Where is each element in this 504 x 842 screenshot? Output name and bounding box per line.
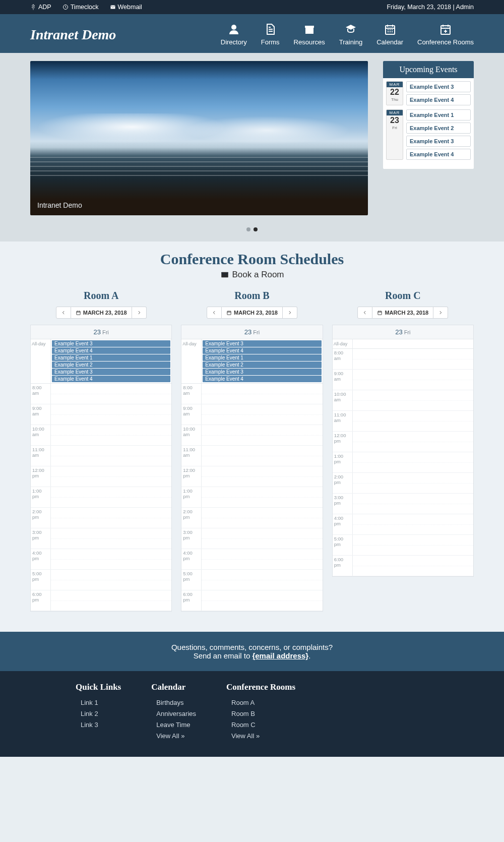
time-row: 8:00 am [31, 384, 171, 404]
upcoming-event[interactable]: Example Event 1 [406, 109, 471, 121]
next-day-button[interactable] [132, 307, 147, 319]
nav-directory[interactable]: Directory [221, 23, 247, 46]
footer-col-title: Calendar [151, 682, 196, 692]
upcoming-event[interactable]: Example Event 4 [406, 149, 471, 160]
upcoming-event[interactable]: Example Event 2 [406, 123, 471, 134]
topbar-link-adp[interactable]: ADP [30, 4, 51, 11]
topbar-link-webmail[interactable]: Webmail [110, 4, 142, 11]
time-cell[interactable] [202, 404, 322, 425]
time-cell[interactable] [51, 425, 171, 445]
footer-link[interactable]: Link 1 [76, 697, 121, 708]
allday-event[interactable]: Example Event 4 [52, 347, 170, 354]
time-cell[interactable] [202, 425, 322, 445]
allday-event[interactable]: Example Event 2 [203, 362, 321, 368]
time-cell[interactable] [202, 528, 322, 549]
time-cell[interactable] [202, 466, 322, 487]
prev-day-button[interactable] [56, 307, 71, 319]
time-cell[interactable] [353, 390, 473, 410]
footer-link[interactable]: Room C [226, 719, 295, 731]
time-cell[interactable] [353, 349, 473, 369]
date-display-button[interactable]: MARCH 23, 2018 [71, 307, 132, 319]
time-label: 9:00 am [31, 404, 51, 425]
hero-image[interactable]: Intranet Demo [30, 61, 368, 215]
time-label: 5:00 pm [333, 535, 353, 555]
nav-forms[interactable]: Forms [261, 23, 280, 46]
time-cell[interactable] [202, 508, 322, 528]
time-cell[interactable] [51, 528, 171, 549]
time-cell[interactable] [353, 535, 473, 555]
time-cell[interactable] [353, 494, 473, 514]
topbar-link-label: Webmail [118, 4, 142, 11]
time-cell[interactable] [353, 556, 473, 576]
time-cell[interactable] [51, 549, 171, 569]
time-cell[interactable] [353, 452, 473, 472]
time-cell[interactable] [353, 514, 473, 534]
nav-conference-rooms[interactable]: Conference Rooms [417, 23, 474, 46]
time-cell[interactable] [202, 590, 322, 611]
time-cell[interactable] [51, 570, 171, 590]
footer-link[interactable]: Anniversaries [151, 708, 196, 719]
nav-calendar[interactable]: Calendar [376, 23, 403, 46]
time-cell[interactable] [51, 487, 171, 507]
time-cell[interactable] [51, 590, 171, 611]
time-cell[interactable] [202, 487, 322, 507]
allday-event[interactable]: Example Event 3 [203, 369, 321, 375]
time-cell[interactable] [202, 384, 322, 404]
upcoming-event[interactable]: Example Event 3 [406, 81, 471, 92]
time-cell[interactable] [51, 384, 171, 404]
time-row: 1:00 pm [181, 487, 322, 508]
upcoming-event[interactable]: Example Event 3 [406, 136, 471, 147]
time-cell[interactable] [51, 446, 171, 466]
time-cell[interactable] [51, 508, 171, 528]
allday-event[interactable]: Example Event 3 [203, 340, 321, 347]
time-row: 11:00 am [31, 446, 171, 466]
allday-event[interactable]: Example Event 1 [203, 354, 321, 361]
date-display-button[interactable]: MARCH 23, 2018 [372, 307, 433, 319]
footer-link[interactable]: Leave Time [151, 719, 196, 731]
allday-event[interactable]: Example Event 4 [203, 347, 321, 354]
footer-link[interactable]: Birthdays [151, 697, 196, 708]
footer-link[interactable]: Room A [226, 697, 295, 708]
upcoming-event[interactable]: Example Event 4 [406, 94, 471, 105]
time-cell[interactable] [353, 432, 473, 452]
time-label: 4:00 pm [333, 514, 353, 534]
time-cell[interactable] [353, 370, 473, 390]
book-room-link[interactable]: Book a Room [30, 270, 474, 280]
time-row: 2:00 pm [31, 508, 171, 528]
date-display-button[interactable]: MARCH 23, 2018 [222, 307, 283, 319]
next-day-button[interactable] [283, 307, 297, 319]
footer-link[interactable]: Room B [226, 708, 295, 719]
nav-resources[interactable]: Resources [294, 23, 325, 46]
time-cell[interactable] [51, 404, 171, 425]
prev-day-button[interactable] [207, 307, 222, 319]
footer-link[interactable]: Link 3 [76, 719, 121, 731]
carousel-dot[interactable] [246, 227, 250, 231]
footer-link[interactable]: View All » [151, 731, 196, 742]
footer-col-title: Quick Links [76, 682, 121, 692]
allday-event[interactable]: Example Event 2 [52, 362, 170, 368]
time-cell[interactable] [202, 549, 322, 569]
topbar-link-timeclock[interactable]: Timeclock [62, 4, 99, 11]
brand-title[interactable]: Intranet Demo [30, 27, 116, 43]
prev-day-button[interactable] [357, 307, 372, 319]
contact-email[interactable]: {email address} [252, 651, 308, 660]
time-label: 9:00 am [181, 404, 202, 425]
next-day-button[interactable] [433, 307, 448, 319]
allday-event[interactable]: Example Event 3 [52, 340, 170, 347]
time-cell[interactable] [353, 411, 473, 431]
footer-link[interactable]: View All » [226, 731, 295, 742]
room-name: Room A [30, 290, 172, 302]
footer-link[interactable]: Link 2 [76, 708, 121, 719]
time-row: 12:00 pm [181, 466, 322, 487]
time-cell[interactable] [51, 466, 171, 487]
time-cell[interactable] [202, 570, 322, 590]
carousel-dot[interactable] [254, 227, 258, 231]
allday-event[interactable]: Example Event 3 [52, 369, 170, 375]
time-cell[interactable] [353, 473, 473, 493]
nav-training[interactable]: Training [339, 23, 362, 46]
allday-event[interactable]: Example Event 4 [52, 376, 170, 382]
site-header: Intranet Demo DirectoryFormsResourcesTra… [0, 14, 504, 53]
allday-event[interactable]: Example Event 4 [203, 376, 321, 382]
allday-event[interactable]: Example Event 1 [52, 354, 170, 361]
time-cell[interactable] [202, 446, 322, 466]
